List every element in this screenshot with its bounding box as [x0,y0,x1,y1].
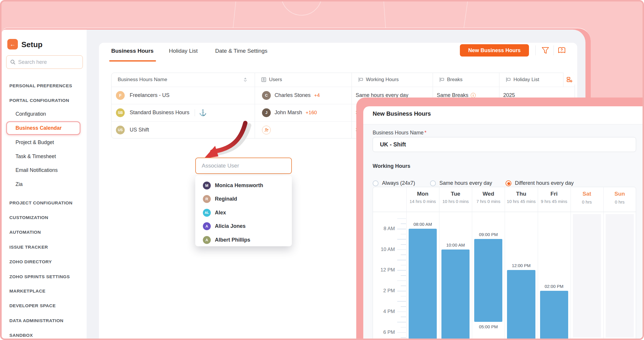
column-header-working-hours[interactable]: Working Hours [358,73,430,87]
axis-tick [401,265,406,266]
column-header-business-hours-name[interactable]: Business Hours Name [118,73,252,87]
toolbar-separator [535,45,536,55]
bar-start-label-thu: 12:00 PM [505,263,537,268]
associate-user-option-reginald[interactable]: RReginald [195,192,292,206]
sidebar-section-marketplace: MARKETPLACE [9,288,45,294]
associate-user-input[interactable] [195,158,292,174]
add-column-icon [566,76,573,83]
associate-user-option-alicia-jones[interactable]: AAlicia Jones [195,220,292,233]
radio-label: Same hours every day [439,180,492,186]
flag-icon [358,77,363,82]
working-hours-bar-mon[interactable] [409,229,437,340]
sidebar-item-email-notifications[interactable]: Email Notifications [16,167,58,173]
axis-label-6pm: 6 PM [374,329,395,335]
business-hours-avatar: SB [116,108,125,117]
working-hours-bar-tue[interactable] [441,250,470,340]
chart-column-separator [538,187,538,340]
day-header-wed: Wed [472,191,505,197]
sidebar-section-customization: CUSTOMIZATION [9,215,48,220]
info-icon[interactable]: i [471,93,476,98]
sort-icon[interactable] [244,77,247,82]
day-header-tue: Tue [439,191,472,197]
axis-tick [401,296,406,297]
chart-column-separator [571,187,571,340]
axis-tick [401,317,406,317]
chart-column-separator [406,187,407,340]
sidebar-item-business-calendar[interactable]: Business Calendar [16,125,62,131]
table-row-users[interactable] [262,121,350,139]
help-doc-icon[interactable]: ? [557,46,566,55]
radio-same-hours[interactable]: Same hours every day [430,180,492,186]
axis-tick [401,223,406,224]
day-total-sat: 0 hrs [572,199,602,205]
column-label: Holiday List [513,77,539,83]
flag-icon [506,77,511,82]
user-name: Alex [215,210,226,216]
decorative-line [383,0,386,31]
working-hours-bar-wed[interactable] [474,239,502,322]
sidebar-item-zia[interactable]: Zia [16,181,23,187]
table-row-users[interactable]: JJohn Marsh+160 [262,104,350,121]
associate-user-option-alex[interactable]: ALAlex [195,206,292,219]
tab-date-time-settings[interactable]: Date & Time Settings [215,48,267,54]
add-column-button[interactable] [563,73,575,87]
axis-label-10am: 10 AM [374,247,395,252]
bar-end-label-wed: 05:00 PM [472,324,505,329]
sidebar-item-task-timesheet[interactable]: Task & Timesheet [16,153,56,160]
more-users-badge[interactable]: +160 [306,110,317,116]
associate-user-option-albert-phillips[interactable]: AAlbert Phillips [195,233,292,247]
table-row-users[interactable]: CCharles Stones+4 [262,87,350,104]
tab-business-hours[interactable]: Business Hours [111,48,154,54]
column-header-holiday-list[interactable]: Holiday List [506,73,561,87]
day-total-tue: 10 hrs 0 mins [441,199,470,204]
user-name: John Marsh [275,110,302,116]
associate-user-field[interactable] [202,163,284,169]
filter-icon[interactable] [541,46,550,55]
business-hours-name-input[interactable] [373,137,636,152]
axis-label-12pm: 12 PM [374,267,395,273]
page-title: Setup [21,40,42,49]
business-hours-name-field[interactable] [380,141,626,148]
radio-different-hours[interactable]: Different hours every day [506,180,574,186]
more-users-badge[interactable]: +4 [314,93,320,98]
day-header-mon: Mon [406,191,439,197]
modal-divider [363,124,644,124]
table-row-name[interactable]: FFreelancers - US [116,87,254,104]
radio-always-24x7[interactable]: Always (24x7) [373,180,415,186]
chart-column-separator [603,187,604,340]
bar-start-label-mon: 08:00 AM [406,222,439,227]
working-hours-bar-thu[interactable] [507,270,535,340]
sidebar-section-sandbox: SANDBOX [9,333,33,338]
label-text: Business Hours Name [373,130,424,136]
radio-label: Always (24x7) [382,180,415,186]
axis-tick [401,244,406,245]
tab-holiday-list[interactable]: Holiday List [169,48,198,54]
sidebar-item-project-budget[interactable]: Project & Budget [16,139,54,146]
user-avatar: J [262,108,271,117]
sidebar-item-configuration[interactable]: Configuration [16,111,46,117]
search-input[interactable] [18,59,77,65]
toolbar-separator [554,45,554,55]
axis-label-4pm: 4 PM [374,309,395,315]
add-user-circle[interactable] [262,126,271,134]
column-header-breaks[interactable]: Breaks [439,73,497,87]
axis-tick [397,270,406,271]
axis-tick [401,254,406,255]
working-hours-bar-fri[interactable] [540,291,568,340]
sidebar-search[interactable] [6,55,83,69]
axis-tick [397,260,406,260]
column-header-users[interactable]: Users [261,73,349,87]
divider [195,109,195,116]
new-business-hours-button[interactable]: New Business Hours [460,44,529,57]
axis-tick [397,312,406,312]
day-header-thu: Thu [505,191,537,197]
axis-tick [401,275,406,276]
weekend-off-block [573,214,601,338]
axis-tick [397,291,406,291]
axis-tick [397,301,406,302]
sidebar-section-developer-space: DEVELOPER SPACE [9,303,56,308]
business-hours-name: Freelancers - US [130,92,169,98]
associate-user-option-monica-hemsworth[interactable]: MMonica Hemsworth [195,179,292,192]
back-button[interactable]: ← [7,39,18,49]
chart-header-border [373,212,636,212]
